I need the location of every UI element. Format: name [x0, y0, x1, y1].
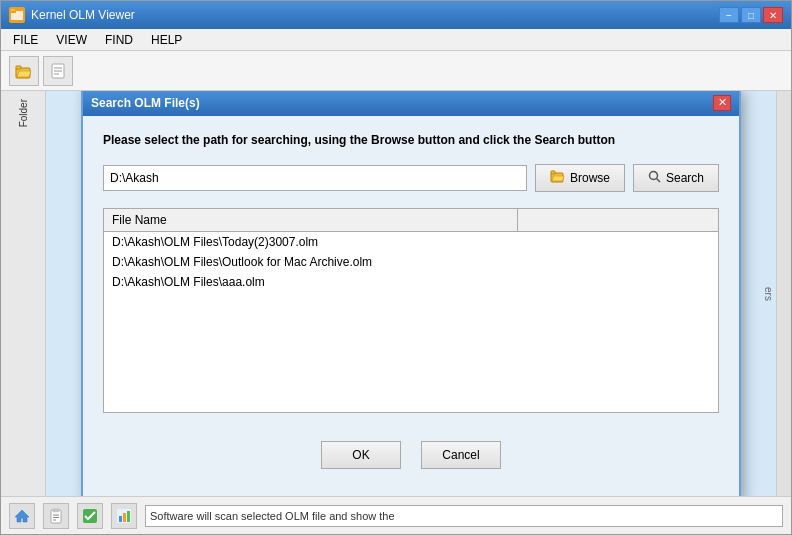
maximize-button[interactable]: □	[741, 7, 761, 23]
dialog-body: Please select the path for searching, us…	[83, 116, 739, 496]
sidebar: Folder	[1, 91, 46, 496]
title-bar-left: Kernel OLM Viewer	[9, 7, 135, 23]
toolbar-open-button[interactable]	[9, 56, 39, 86]
menu-bar: FILE VIEW FIND HELP	[1, 29, 791, 51]
status-icon-home[interactable]	[9, 503, 35, 529]
svg-marker-15	[15, 510, 29, 522]
menu-file[interactable]: FILE	[5, 31, 46, 49]
list-item[interactable]: D:\Akash\OLM Files\Outlook for Mac Archi…	[104, 252, 718, 272]
dialog-title: Search OLM File(s)	[91, 96, 200, 110]
app-window: Kernel OLM Viewer − □ ✕ FILE VIEW FIND H…	[0, 0, 792, 535]
svg-rect-4	[16, 66, 21, 69]
file-list-body[interactable]: D:\Akash\OLM Files\Today(2)3007.olm D:\A…	[104, 232, 718, 412]
dialog-close-button[interactable]: ✕	[713, 95, 731, 111]
file-list-container: File Name D:\Akash\OLM Files\Today(2)300…	[103, 208, 719, 413]
status-icon-check[interactable]	[77, 503, 103, 529]
menu-view[interactable]: VIEW	[48, 31, 95, 49]
svg-marker-12	[552, 176, 564, 181]
close-button[interactable]: ✕	[763, 7, 783, 23]
svg-rect-23	[119, 516, 122, 522]
cancel-button[interactable]: Cancel	[421, 441, 501, 469]
title-bar-controls: − □ ✕	[719, 7, 783, 23]
browse-label: Browse	[570, 171, 610, 185]
sidebar-label: Folder	[18, 99, 29, 127]
svg-rect-17	[53, 509, 59, 512]
right-panel	[776, 91, 791, 496]
content-panel: Search OLM File(s) ✕ Please select the p…	[46, 91, 776, 496]
status-text: Software will scan selected OLM file and…	[145, 505, 783, 527]
file-list-header: File Name	[104, 209, 718, 232]
browse-button[interactable]: Browse	[535, 164, 625, 192]
search-label: Search	[666, 171, 704, 185]
svg-line-14	[656, 178, 660, 182]
svg-point-13	[649, 171, 657, 179]
status-icon-clipboard[interactable]	[43, 503, 69, 529]
menu-find[interactable]: FIND	[97, 31, 141, 49]
dialog-instruction: Please select the path for searching, us…	[103, 132, 719, 149]
dialog-title-bar: Search OLM File(s) ✕	[83, 91, 739, 116]
dialog-overlay: Search OLM File(s) ✕ Please select the p…	[46, 91, 776, 496]
svg-rect-25	[127, 511, 130, 522]
app-title: Kernel OLM Viewer	[31, 8, 135, 22]
dialog-input-row: Browse Search	[103, 164, 719, 192]
minimize-button[interactable]: −	[719, 7, 739, 23]
svg-rect-24	[123, 513, 126, 522]
toolbar-secondary-button[interactable]	[43, 56, 73, 86]
title-bar: Kernel OLM Viewer − □ ✕	[1, 1, 791, 29]
right-dock-label: ers	[763, 287, 774, 301]
svg-marker-5	[17, 71, 31, 77]
main-content: Folder Search OLM File(s) ✕ Please selec…	[1, 91, 791, 496]
svg-rect-1	[11, 11, 16, 13]
list-item[interactable]: D:\Akash\OLM Files\aaa.olm	[104, 272, 718, 292]
search-button[interactable]: Search	[633, 164, 719, 192]
file-list-column-header: File Name	[104, 209, 518, 231]
status-icon-chart[interactable]	[111, 503, 137, 529]
search-icon	[648, 170, 662, 187]
browse-icon	[550, 170, 566, 187]
svg-rect-11	[551, 171, 555, 174]
dialog-actions: OK Cancel	[103, 433, 719, 481]
ok-button[interactable]: OK	[321, 441, 401, 469]
path-input[interactable]	[103, 165, 527, 191]
list-item[interactable]: D:\Akash\OLM Files\Today(2)3007.olm	[104, 232, 718, 252]
svg-rect-2	[11, 9, 15, 11]
toolbar	[1, 51, 791, 91]
search-dialog: Search OLM File(s) ✕ Please select the p…	[81, 91, 741, 496]
app-icon	[9, 7, 25, 23]
status-bar: Software will scan selected OLM file and…	[1, 496, 791, 534]
file-list-column-empty	[518, 209, 718, 231]
menu-help[interactable]: HELP	[143, 31, 190, 49]
